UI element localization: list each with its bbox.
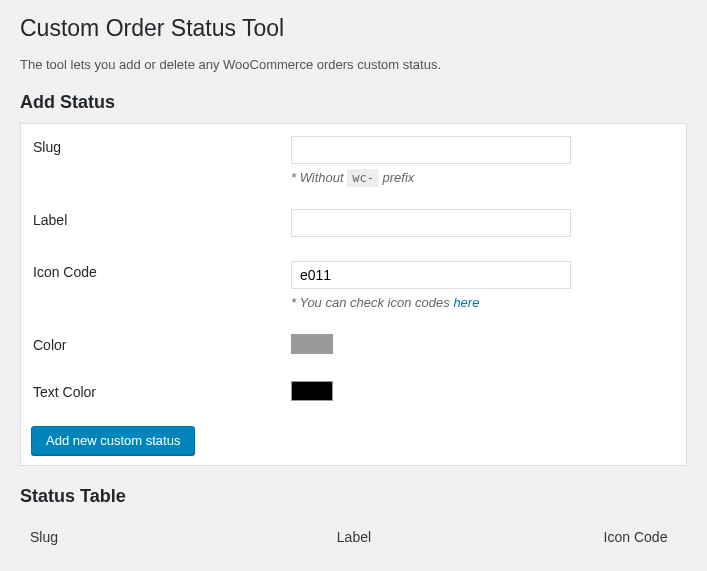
color-label: Color <box>21 322 281 369</box>
add-status-heading: Add Status <box>20 92 687 113</box>
text-color-input[interactable] <box>291 381 333 401</box>
page-description: The tool lets you add or delete any WooC… <box>20 57 687 72</box>
icon-code-input[interactable] <box>291 261 571 289</box>
slug-help-code: wc- <box>347 169 379 187</box>
icon-code-help: * You can check icon codes here <box>291 295 676 310</box>
text-color-label: Text Color <box>21 369 281 416</box>
label-input[interactable] <box>291 209 571 237</box>
slug-input[interactable] <box>291 136 571 164</box>
icon-code-help-text: * You can check icon codes <box>291 295 453 310</box>
col-header-icon-code: Icon Code <box>594 517 687 559</box>
col-header-slug: Slug <box>20 517 327 559</box>
col-header-label: Label <box>327 517 594 559</box>
slug-help-suffix: prefix <box>379 170 414 185</box>
slug-help: * Without wc- prefix <box>291 170 676 185</box>
cell-label: Pending payment <box>327 559 594 571</box>
add-status-form: Slug * Without wc- prefix Label Icon Cod… <box>20 123 687 466</box>
cell-slug: wc-pending <box>20 559 327 571</box>
slug-label: Slug <box>21 124 281 197</box>
page-title: Custom Order Status Tool <box>20 15 687 42</box>
add-status-button[interactable]: Add new custom status <box>31 426 195 455</box>
icon-code-help-link[interactable]: here <box>453 295 479 310</box>
table-row: wc-pending Pending payment <box>20 559 687 571</box>
icon-code-label: Icon Code <box>21 249 281 322</box>
slug-help-prefix: * Without <box>291 170 347 185</box>
status-table-heading: Status Table <box>20 486 687 507</box>
label-label: Label <box>21 197 281 249</box>
color-input[interactable] <box>291 334 333 354</box>
cell-icon-code <box>594 559 687 571</box>
status-table: Slug Label Icon Code wc-pending Pending … <box>20 517 687 571</box>
